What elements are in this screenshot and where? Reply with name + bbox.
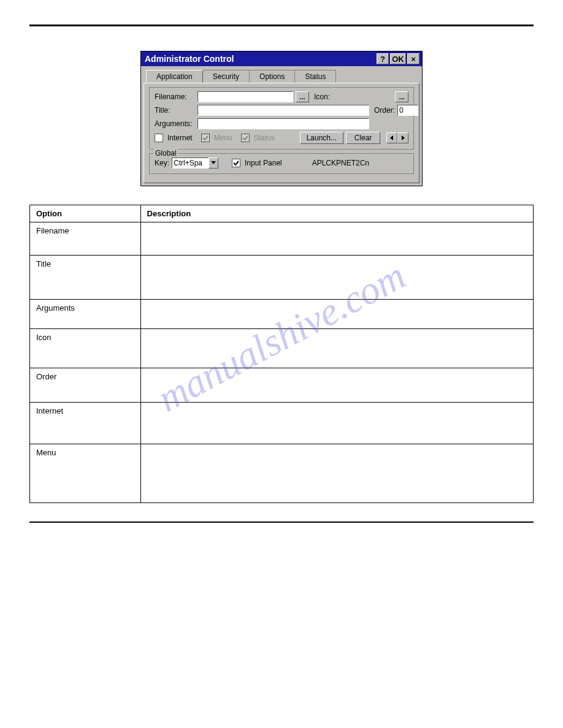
table-row: Menu: [30, 444, 534, 503]
table-row: Title: [30, 256, 534, 300]
close-button[interactable]: ×: [407, 53, 419, 64]
title-input[interactable]: [197, 105, 369, 116]
prev-button[interactable]: [386, 132, 397, 143]
arrow-right-icon: [400, 135, 405, 140]
tab-strip: Application Security Options Status: [141, 67, 422, 83]
next-button[interactable]: [397, 132, 408, 143]
table-row: Internet: [30, 403, 534, 444]
description-cell: [140, 444, 533, 503]
option-cell: Menu: [30, 444, 141, 503]
option-cell: Filename: [30, 222, 141, 256]
arguments-label: Arguments:: [155, 119, 195, 128]
input-panel-label: Input Panel: [245, 159, 282, 167]
order-label: Order:: [374, 106, 395, 115]
table-header-description: Description: [140, 205, 533, 222]
tab-status[interactable]: Status: [294, 70, 336, 83]
titlebar: Administrator Control ? OK ×: [141, 51, 422, 66]
key-combo-dropdown[interactable]: [209, 157, 218, 169]
option-cell: Icon: [30, 329, 141, 368]
browse-filename-button[interactable]: ...: [296, 91, 309, 102]
page-content: manualshive.com Administrator Control ? …: [0, 0, 563, 728]
option-cell: Internet: [30, 403, 141, 444]
internet-checkbox[interactable]: [155, 134, 163, 142]
chevron-down-icon: [211, 161, 216, 165]
tab-options[interactable]: Options: [249, 70, 295, 83]
table-row: Order: [30, 368, 534, 403]
arguments-input[interactable]: [197, 118, 369, 129]
global-code: APLCKPNET2Cn: [312, 159, 369, 167]
status-checkbox-label: Status: [254, 134, 275, 142]
option-cell: Title: [30, 256, 141, 300]
table-row: Filename: [30, 222, 534, 256]
option-cell: Order: [30, 368, 141, 403]
options-table: Option Description Filename Title Argume…: [29, 205, 534, 503]
global-fieldset: Global Key: Input Panel APLCKPNET2Cn: [149, 153, 414, 174]
global-legend: Global: [153, 149, 178, 157]
table-row: Icon: [30, 329, 534, 368]
key-combo-input[interactable]: [172, 157, 209, 169]
description-cell: [140, 300, 533, 329]
menu-checkbox-label: Menu: [214, 134, 232, 142]
internet-checkbox-label: Internet: [167, 134, 193, 142]
bottom-rule: [29, 521, 534, 523]
icon-label: Icon:: [314, 93, 330, 101]
key-combo[interactable]: [172, 157, 218, 169]
filename-label: Filename:: [155, 93, 195, 101]
option-cell: Arguments: [30, 300, 141, 329]
description-cell: [140, 256, 533, 300]
key-label: Key:: [155, 159, 169, 167]
description-cell: [140, 222, 533, 256]
menu-checkbox: [201, 134, 210, 142]
ok-button[interactable]: OK: [390, 53, 406, 64]
filename-input[interactable]: [197, 91, 293, 102]
description-cell: [140, 368, 533, 403]
help-button[interactable]: ?: [377, 53, 389, 64]
table-row: Arguments: [30, 300, 534, 329]
tab-security[interactable]: Security: [202, 70, 250, 83]
description-cell: [140, 329, 533, 368]
title-label: Title:: [155, 106, 195, 115]
order-input[interactable]: [397, 105, 418, 116]
application-fieldset: Filename: ... Icon: ... Title: Order:: [149, 87, 414, 150]
tab-panel: Filename: ... Icon: ... Title: Order:: [144, 83, 419, 183]
browse-icon-button[interactable]: ...: [395, 91, 408, 102]
admin-control-dialog: Administrator Control ? OK × Application…: [140, 51, 423, 186]
launch-button[interactable]: Launch...: [300, 132, 343, 144]
description-cell: [140, 403, 533, 444]
input-panel-checkbox[interactable]: [232, 159, 240, 167]
arrow-left-icon: [389, 135, 394, 140]
tab-application[interactable]: Application: [146, 70, 203, 83]
status-checkbox: [241, 134, 250, 142]
clear-button[interactable]: Clear: [346, 132, 380, 144]
dialog-title: Administrator Control: [144, 54, 234, 64]
table-header-option: Option: [30, 205, 141, 222]
top-rule: [29, 25, 534, 26]
